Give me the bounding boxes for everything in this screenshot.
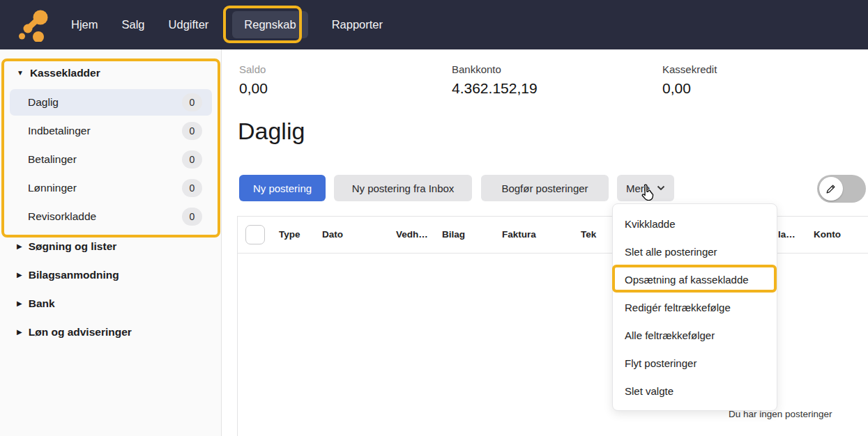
new-entry-button[interactable]: Ny postering — [239, 175, 326, 201]
sidebar-item-daglig[interactable]: Daglig 0 — [10, 89, 212, 116]
sidebar-item-indbetalinger[interactable]: Indbetalinger 0 — [10, 118, 212, 144]
menu-item-slet-alle-posteringer[interactable]: Slet alle posteringer — [613, 238, 777, 265]
more-button[interactable]: Mere — [617, 175, 674, 201]
sidebar: ▼ Kassekladder Daglig 0 Indbetalinger 0 … — [0, 49, 222, 436]
menu-item-slet-valgte[interactable]: Slet valgte — [613, 377, 777, 405]
triangle-right-icon: ▶ — [17, 272, 22, 279]
triangle-right-icon: ▶ — [17, 243, 22, 250]
nav-item-regnskab-active[interactable]: Regnskab — [232, 11, 307, 38]
app-window: Hjem Salg Udgifter Regnskab Rapporter ▼ … — [0, 0, 868, 436]
edit-mode-toggle[interactable] — [817, 175, 866, 203]
nav-item-salg[interactable]: Salg — [122, 18, 145, 31]
top-navigation: Hjem Salg Udgifter Regnskab Rapporter — [0, 0, 868, 49]
sidebar-section-bank[interactable]: ▶ Bank — [17, 295, 55, 312]
pencil-icon — [825, 182, 837, 195]
new-entry-from-inbox-button[interactable]: Ny postering fra Inbox — [334, 175, 472, 201]
sidebar-section-sogning-og-lister[interactable]: ▶ Søgning og lister — [17, 238, 116, 255]
menu-item-alle-feltraekkefolger[interactable]: Alle feltrækkefølger — [613, 321, 777, 349]
count-badge: 0 — [182, 150, 202, 169]
column-header-tekst[interactable]: Tek — [581, 229, 596, 240]
post-entries-button[interactable]: Bogfør posteringer — [481, 175, 609, 201]
count-badge: 0 — [182, 179, 202, 197]
count-badge: 0 — [182, 93, 202, 111]
select-all-checkbox[interactable] — [245, 225, 265, 244]
column-header-vedh[interactable]: Vedh… — [396, 229, 428, 240]
count-badge: 0 — [182, 208, 202, 226]
menu-item-opsaetning-af-kassekladde[interactable]: Opsætning af kassekladde — [613, 265, 777, 293]
balance-saldo: Saldo 0,00 — [239, 63, 268, 97]
sidebar-item-revisorkladde[interactable]: Revisorkladde 0 — [10, 203, 212, 230]
column-header-bilag[interactable]: Bilag — [442, 229, 465, 240]
count-badge: 0 — [182, 122, 202, 140]
sidebar-item-betalinger[interactable]: Betalinger 0 — [10, 146, 212, 173]
nav-item-hjem[interactable]: Hjem — [71, 18, 98, 31]
column-header-type[interactable]: Type — [279, 229, 300, 240]
column-header-faktura[interactable]: Faktura — [502, 229, 536, 240]
billy-logo-icon[interactable] — [18, 8, 49, 42]
sidebar-section-bilagsanmodning[interactable]: ▶ Bilagsanmodning — [17, 267, 119, 283]
nav-item-rapporter[interactable]: Rapporter — [332, 18, 383, 31]
balance-bankkonto: Bankkonto 4.362.152,19 — [452, 63, 538, 97]
toggle-knob — [819, 177, 843, 201]
column-header-dato[interactable]: Dato — [322, 229, 343, 240]
menu-item-flyt-posteringer[interactable]: Flyt posteringer — [613, 349, 777, 377]
page-title: Daglig — [238, 118, 305, 145]
more-dropdown-menu: Kvikkladde Slet alle posteringer Opsætni… — [612, 203, 777, 411]
sidebar-section-lon-og-adviseringer[interactable]: ▶ Løn og adviseringer — [17, 324, 132, 341]
sidebar-item-lonninger[interactable]: Lønninger 0 — [10, 175, 212, 201]
triangle-right-icon: ▶ — [17, 329, 22, 336]
menu-item-rediger-feltraekkefolge[interactable]: Redigér feltrækkefølge — [613, 293, 777, 321]
sidebar-section-kassekladder[interactable]: ▼ Kassekladder — [17, 65, 100, 81]
nav-item-udgifter[interactable]: Udgifter — [169, 18, 209, 31]
chevron-down-icon — [657, 185, 665, 191]
column-header-la[interactable]: la… — [778, 229, 795, 240]
table-left-border — [237, 216, 238, 436]
column-header-konto[interactable]: Konto — [814, 229, 841, 240]
triangle-down-icon: ▼ — [17, 70, 24, 77]
triangle-right-icon: ▶ — [17, 300, 22, 307]
menu-item-kvikkladde[interactable]: Kvikkladde — [613, 210, 777, 238]
balance-kassekredit: Kassekredit 0,00 — [662, 63, 717, 97]
